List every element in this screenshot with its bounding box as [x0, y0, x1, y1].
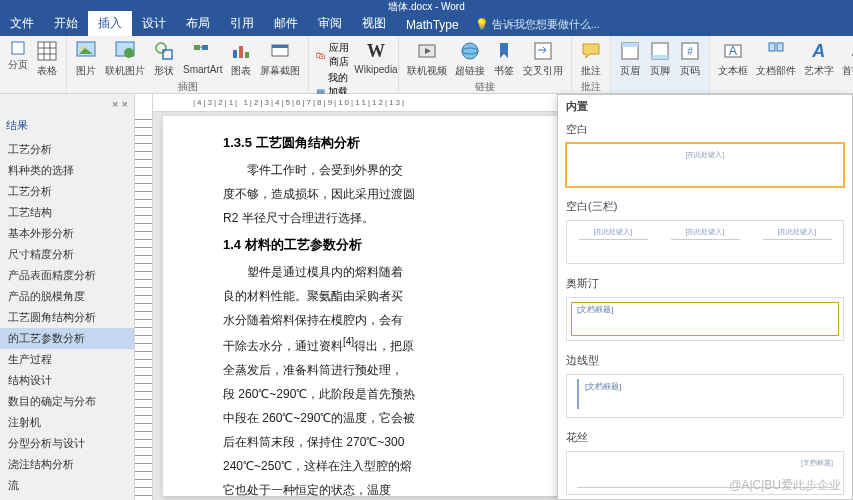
wordart-icon: A	[808, 40, 830, 62]
footer-button[interactable]: 页脚	[645, 38, 675, 80]
ribbon-group-links: 联机视频 超链接 书签 交叉引用 链接	[399, 36, 572, 93]
header-button[interactable]: 页眉	[615, 38, 645, 80]
tell-me-search[interactable]: 💡 告诉我您想要做什么...	[469, 13, 606, 36]
gallery-item-label: 空白	[558, 118, 852, 141]
svg-text:A: A	[729, 44, 737, 58]
nav-heading-item[interactable]: 结构设计	[0, 370, 134, 391]
svg-rect-15	[239, 46, 243, 58]
thumb-label: [文档标题]	[585, 381, 621, 392]
page-number-button[interactable]: #页码	[675, 38, 705, 80]
nav-heading-item[interactable]: 分型分析与设计	[0, 433, 134, 454]
tab-home[interactable]: 开始	[44, 11, 88, 36]
svg-rect-18	[272, 45, 288, 48]
wordart-button[interactable]: A艺术字	[800, 38, 838, 80]
nav-heading-item[interactable]: 产品表面精度分析	[0, 265, 134, 286]
hyperlink-button[interactable]: 超链接	[451, 38, 489, 80]
svg-rect-24	[622, 43, 638, 47]
vertical-ruler	[135, 94, 153, 500]
nav-close-button[interactable]: × ×	[0, 94, 134, 114]
textbox-button[interactable]: A文本框	[714, 38, 752, 80]
store-button[interactable]: 🛍应用商店	[315, 40, 356, 70]
online-video-button[interactable]: 联机视频	[403, 38, 451, 80]
nav-heading-item[interactable]: 尺寸精度分析	[0, 244, 134, 265]
ribbon-group-addins: 🛍应用商店 ▦我的加载项 WWikipedia 加载项	[309, 36, 398, 93]
nav-heading-item[interactable]: 工艺圆角结构分析	[0, 307, 134, 328]
nav-heading-item[interactable]: 基本外形分析	[0, 223, 134, 244]
tab-mathtype[interactable]: MathType	[396, 14, 469, 36]
thumb-label: [文档标题]	[577, 304, 613, 315]
chart-button[interactable]: 图表	[226, 38, 256, 80]
svg-rect-31	[769, 43, 775, 51]
drop-cap-button[interactable]: A≡首字下沉	[838, 38, 853, 80]
nav-heading-item[interactable]: 工艺分析	[0, 139, 134, 160]
svg-rect-16	[245, 52, 249, 58]
smartart-button[interactable]: SmartArt	[179, 38, 226, 77]
thumb-line	[577, 487, 833, 488]
page-break-button[interactable]: 分页	[4, 38, 32, 74]
pictures-button[interactable]: 图片	[71, 38, 101, 80]
gallery-section-label: 内置	[558, 95, 852, 118]
svg-point-9	[124, 48, 134, 58]
gallery-item-austin[interactable]: [文档标题]	[566, 297, 844, 341]
nav-tab-results[interactable]: 结果	[0, 114, 134, 137]
cross-reference-button[interactable]: 交叉引用	[519, 38, 567, 80]
gallery-item-label: 空白(三栏)	[558, 195, 852, 218]
navigation-pane: × × 结果 工艺分析料种类的选择工艺分析工艺结构基本外形分析尺寸精度分析产品表…	[0, 94, 135, 500]
gallery-item-blank-3col[interactable]: [在此处键入][在此处键入][在此处键入]	[566, 220, 844, 264]
thumb-placeholder: [在此处键入]	[686, 150, 725, 160]
shapes-button[interactable]: 形状	[149, 38, 179, 80]
tab-references[interactable]: 引用	[220, 11, 264, 36]
svg-rect-26	[652, 55, 668, 59]
screenshot-button[interactable]: 屏幕截图	[256, 38, 304, 80]
nav-heading-item[interactable]: 工艺分析	[0, 181, 134, 202]
gallery-item-edge[interactable]: [文档标题]	[566, 374, 844, 418]
svg-rect-22	[535, 43, 551, 59]
comment-button[interactable]: 批注	[576, 38, 606, 80]
svg-rect-13	[202, 45, 208, 50]
nav-heading-item[interactable]: 浇注结构分析	[0, 454, 134, 475]
ribbon-tabs: 文件 开始 插入 设计 布局 引用 邮件 审阅 视图 MathType 💡 告诉…	[0, 14, 853, 36]
nav-heading-item[interactable]: 产品的脱模角度	[0, 286, 134, 307]
nav-heading-item[interactable]: 流	[0, 475, 134, 496]
nav-heading-item[interactable]: 料种类的选择	[0, 160, 134, 181]
tab-review[interactable]: 审阅	[308, 11, 352, 36]
bookmark-button[interactable]: 书签	[489, 38, 519, 80]
nav-headings-list: 工艺分析料种类的选择工艺分析工艺结构基本外形分析尺寸精度分析产品表面精度分析产品…	[0, 137, 134, 500]
thumb-label: [文档标题]	[801, 458, 833, 468]
wikipedia-icon: W	[365, 40, 387, 62]
group-label: 链接	[475, 80, 495, 94]
nav-heading-item[interactable]: 生产过程	[0, 349, 134, 370]
svg-rect-0	[12, 42, 24, 54]
gallery-item-label: 花丝	[558, 426, 852, 449]
quick-parts-button[interactable]: 文档部件	[752, 38, 800, 80]
nav-heading-item[interactable]: 工艺结构	[0, 202, 134, 223]
tab-view[interactable]: 视图	[352, 11, 396, 36]
online-pictures-button[interactable]: 联机图片	[101, 38, 149, 80]
store-icon: 🛍	[316, 50, 326, 61]
gallery-item-label: 边线型	[558, 349, 852, 372]
tab-layout[interactable]: 布局	[176, 11, 220, 36]
gallery-item-huasi[interactable]: [文档标题]	[566, 451, 844, 495]
nav-heading-item[interactable]: 结构的分类	[0, 496, 134, 500]
tab-insert[interactable]: 插入	[88, 11, 132, 36]
header-gallery-dropdown: 内置 空白 [在此处键入] 空白(三栏) [在此处键入][在此处键入][在此处键…	[557, 94, 853, 500]
nav-heading-item[interactable]: 注射机	[0, 412, 134, 433]
table-button[interactable]: 表格	[32, 38, 62, 80]
nav-heading-item[interactable]: 数目的确定与分布	[0, 391, 134, 412]
ribbon-group-comments: 批注 批注	[572, 36, 611, 93]
tab-file[interactable]: 文件	[0, 11, 44, 36]
svg-rect-1	[38, 42, 56, 60]
svg-rect-12	[194, 45, 200, 50]
lightbulb-icon: 💡	[475, 18, 489, 31]
gallery-item-blank[interactable]: [在此处键入]	[566, 143, 844, 187]
group-label: 插图	[178, 80, 198, 94]
ribbon-group-header-footer: 页眉 页脚 #页码	[611, 36, 710, 93]
svg-point-20	[462, 43, 478, 59]
tab-design[interactable]: 设计	[132, 11, 176, 36]
svg-rect-32	[777, 43, 783, 51]
nav-heading-item[interactable]: 的工艺参数分析	[0, 328, 134, 349]
wikipedia-button[interactable]: WWikipedia	[358, 38, 394, 77]
svg-text:#: #	[687, 46, 693, 57]
tab-mailings[interactable]: 邮件	[264, 11, 308, 36]
ribbon-group-text: A文本框 文档部件 A艺术字 A≡首字下沉	[710, 36, 853, 93]
